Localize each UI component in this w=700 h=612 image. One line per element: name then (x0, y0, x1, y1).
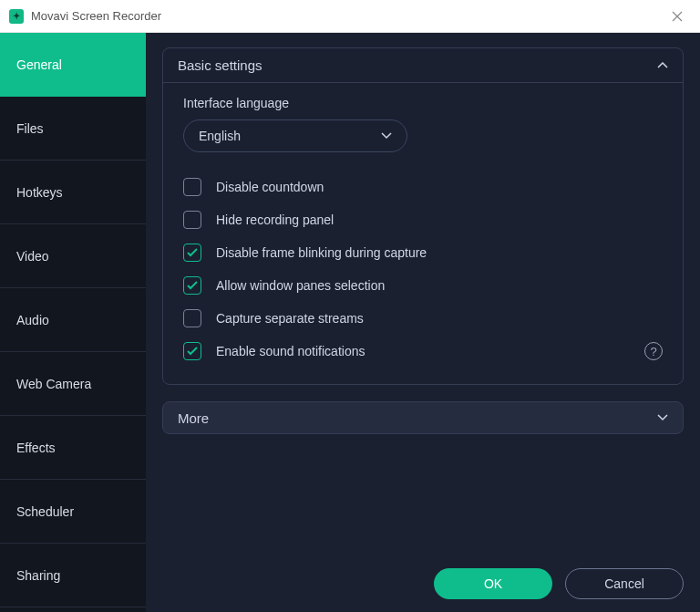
sidebar-item-label: Scheduler (16, 504, 74, 519)
help-icon[interactable]: ? (644, 342, 663, 360)
checkbox-label: Enable sound notifications (216, 344, 644, 358)
sidebar-item-sharing[interactable]: Sharing (0, 544, 146, 607)
language-value: English (199, 129, 241, 143)
sidebar: General Files Hotkeys Video Audio Web Ca… (0, 33, 146, 612)
sidebar-item-general[interactable]: General (0, 33, 146, 97)
sidebar-item-label: Files (16, 121, 44, 136)
language-select[interactable]: English (183, 119, 407, 152)
checkbox-enable-sound-notifications[interactable]: Enable sound notifications ? (183, 335, 663, 368)
main-content: Basic settings Interface language Englis… (146, 33, 700, 612)
sidebar-item-files[interactable]: Files (0, 97, 146, 161)
checkbox-label: Capture separate streams (216, 311, 663, 326)
chevron-up-icon (657, 59, 668, 72)
sidebar-item-label: Hotkeys (16, 185, 63, 200)
checkbox-label: Disable frame blinking during capture (216, 245, 663, 260)
chevron-down-icon (381, 130, 392, 142)
close-icon[interactable] (664, 3, 691, 30)
chevron-down-icon (657, 411, 668, 424)
app-icon: ✦ (9, 9, 24, 24)
ok-button[interactable]: OK (434, 568, 552, 599)
language-label: Interface language (183, 96, 663, 110)
panel-title: Basic settings (178, 57, 262, 73)
checkbox-icon (183, 276, 201, 295)
checkbox-icon (183, 342, 201, 360)
sidebar-item-scheduler[interactable]: Scheduler (0, 480, 146, 544)
cancel-label: Cancel (604, 576, 644, 591)
footer: OK Cancel (162, 559, 684, 599)
ok-label: OK (484, 576, 502, 591)
sidebar-item-label: Web Camera (16, 377, 91, 391)
sidebar-item-label: Audio (16, 313, 49, 327)
sidebar-item-effects[interactable]: Effects (0, 416, 146, 480)
basic-settings-panel: Basic settings Interface language Englis… (162, 47, 684, 385)
sidebar-item-label: General (16, 57, 62, 72)
checkbox-hide-recording-panel[interactable]: Hide recording panel (183, 203, 663, 236)
checkbox-allow-window-panes[interactable]: Allow window panes selection (183, 269, 663, 302)
checkbox-icon (183, 178, 201, 196)
sidebar-item-webcamera[interactable]: Web Camera (0, 352, 146, 416)
sidebar-item-video[interactable]: Video (0, 224, 146, 288)
more-section[interactable]: More (162, 401, 684, 434)
checkbox-label: Disable countdown (216, 180, 663, 194)
sidebar-item-label: Sharing (16, 568, 60, 583)
cancel-button[interactable]: Cancel (565, 568, 684, 599)
more-label: More (178, 410, 209, 426)
checkbox-capture-separate-streams[interactable]: Capture separate streams (183, 302, 663, 335)
titlebar: ✦ Movavi Screen Recorder (0, 0, 700, 33)
checkbox-disable-countdown[interactable]: Disable countdown (183, 171, 663, 203)
sidebar-item-label: Effects (16, 441, 56, 455)
app-window: ✦ Movavi Screen Recorder General Files H… (0, 0, 700, 612)
panel-body: Interface language English Disable count… (163, 83, 683, 384)
checkbox-label: Allow window panes selection (216, 278, 663, 293)
checkbox-icon (183, 244, 201, 262)
window-title: Movavi Screen Recorder (31, 9, 664, 23)
checkbox-icon (183, 211, 201, 229)
app-body: General Files Hotkeys Video Audio Web Ca… (0, 33, 700, 612)
checkbox-disable-frame-blinking[interactable]: Disable frame blinking during capture (183, 236, 663, 269)
panel-header[interactable]: Basic settings (163, 48, 683, 83)
checkbox-icon (183, 309, 201, 327)
sidebar-item-audio[interactable]: Audio (0, 288, 146, 352)
sidebar-item-label: Video (16, 249, 49, 264)
sidebar-item-hotkeys[interactable]: Hotkeys (0, 161, 146, 224)
checkbox-label: Hide recording panel (216, 213, 663, 227)
